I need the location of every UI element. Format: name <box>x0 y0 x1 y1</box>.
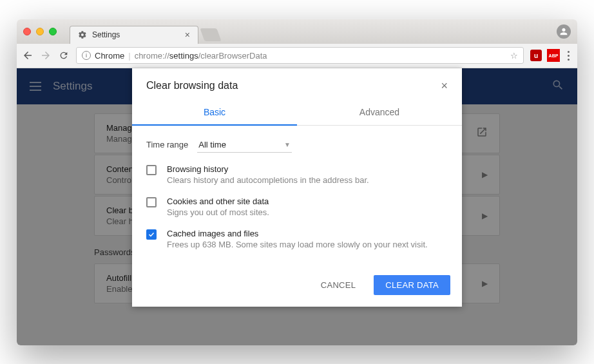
time-range-select[interactable]: All time ▼ <box>197 137 292 153</box>
browser-window: Settings × i Chrome | chrome://settings/… <box>17 19 577 345</box>
checkbox[interactable] <box>146 197 157 207</box>
tab-close-icon[interactable]: × <box>185 30 190 40</box>
clear-data-button[interactable]: CLEAR DATA <box>374 275 450 295</box>
time-range-label: Time range <box>146 140 188 149</box>
checkbox[interactable] <box>146 165 157 175</box>
window-controls <box>23 28 57 35</box>
new-tab-button[interactable] <box>200 28 221 41</box>
check-cached-images[interactable]: Cached images and filesFrees up 638 MB. … <box>146 229 448 249</box>
extension-ublock-icon[interactable]: u <box>530 50 542 61</box>
extensions: u ABP <box>530 49 572 62</box>
check-cookies[interactable]: Cookies and other site dataSigns you out… <box>146 196 448 217</box>
reload-button[interactable] <box>58 50 70 61</box>
browser-menu-button[interactable] <box>565 51 572 61</box>
browser-toolbar: i Chrome | chrome://settings/clearBrowse… <box>17 44 577 68</box>
page-content: Settings Manage certificatesManage HTTPS… <box>17 68 577 345</box>
browser-tabs: Settings × <box>70 19 219 44</box>
extension-abp-icon[interactable]: ABP <box>547 49 560 62</box>
time-range-row: Time range All time ▼ <box>146 137 448 153</box>
site-info-icon[interactable]: i <box>82 51 91 60</box>
url-label: Chrome <box>95 51 124 61</box>
window-minimize-button[interactable] <box>36 28 44 35</box>
caret-down-icon: ▼ <box>284 141 291 148</box>
bookmark-star-icon[interactable]: ☆ <box>510 51 518 61</box>
tab-basic[interactable]: Basic <box>132 99 297 125</box>
check-browsing-history[interactable]: Browsing historyClears history and autoc… <box>146 164 448 185</box>
tab-advanced[interactable]: Advanced <box>297 99 462 125</box>
url-text: chrome://settings/clearBrowserData <box>135 51 267 61</box>
window-maximize-button[interactable] <box>49 28 57 35</box>
dialog-close-button[interactable]: × <box>441 80 448 91</box>
gear-icon <box>78 30 87 39</box>
dialog-tabs: Basic Advanced <box>132 99 462 126</box>
profile-avatar[interactable] <box>557 24 571 39</box>
forward-button[interactable] <box>40 50 52 61</box>
clear-browsing-data-dialog: Clear browsing data × Basic Advanced Tim… <box>132 68 462 307</box>
window-close-button[interactable] <box>23 28 31 35</box>
titlebar: Settings × <box>17 19 577 44</box>
back-button[interactable] <box>22 50 34 61</box>
address-bar[interactable]: i Chrome | chrome://settings/clearBrowse… <box>76 47 524 64</box>
dialog-title: Clear browsing data <box>146 80 238 91</box>
tab-title: Settings <box>92 30 120 39</box>
browser-tab-settings[interactable]: Settings × <box>70 26 198 44</box>
checkbox-checked[interactable] <box>146 229 157 240</box>
cancel-button[interactable]: CANCEL <box>309 275 368 295</box>
